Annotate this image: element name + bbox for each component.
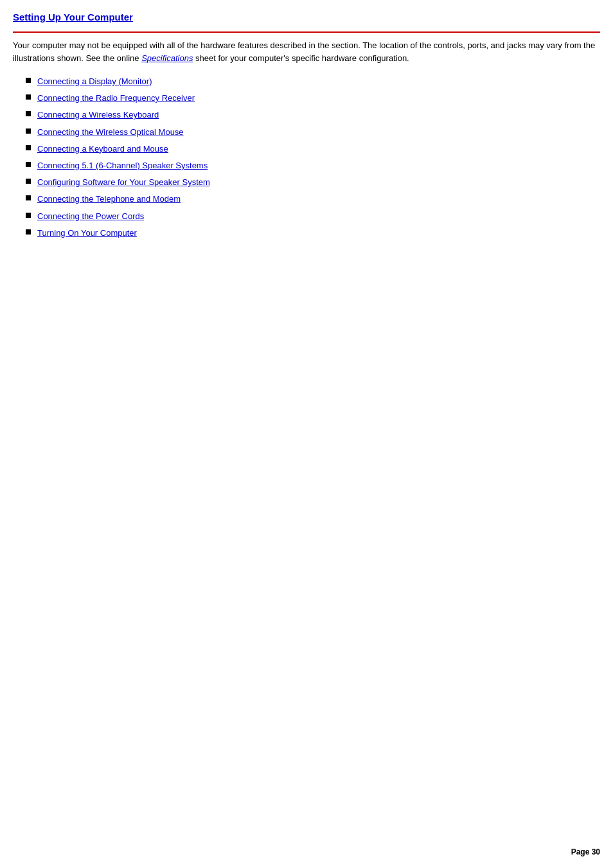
list-item: Turning On Your Computer (26, 227, 600, 239)
list-link-6[interactable]: Configuring Software for Your Speaker Sy… (37, 177, 210, 188)
list-link-4[interactable]: Connecting a Keyboard and Mouse (37, 143, 168, 155)
list-item: Connecting the Wireless Optical Mouse (26, 127, 600, 138)
list-item: Configuring Software for Your Speaker Sy… (26, 177, 600, 188)
list-link-1[interactable]: Connecting the Radio Frequency Receiver (37, 93, 195, 104)
list-item: Connecting the Radio Frequency Receiver (26, 93, 600, 104)
list-item: Connecting the Telephone and Modem (26, 193, 600, 205)
bullet-icon (26, 213, 31, 218)
bullet-icon (26, 162, 31, 167)
page-title[interactable]: Setting Up Your Computer (13, 12, 133, 22)
list-link-0[interactable]: Connecting a Display (Monitor) (37, 76, 152, 87)
list-link-7[interactable]: Connecting the Telephone and Modem (37, 193, 181, 205)
bullet-icon (26, 195, 31, 200)
divider (13, 31, 600, 33)
list-item: Connecting a Display (Monitor) (26, 76, 600, 87)
bullet-icon (26, 128, 31, 134)
bullet-icon (26, 94, 31, 100)
list-item: Connecting a Wireless Keyboard (26, 109, 600, 121)
bullet-icon (26, 78, 31, 83)
bullet-icon (26, 179, 31, 184)
links-list: Connecting a Display (Monitor)Connecting… (26, 76, 600, 239)
list-item: Connecting 5.1 (6-Channel) Speaker Syste… (26, 160, 600, 172)
page-container: Setting Up Your Computer Your computer m… (0, 0, 613, 270)
bullet-icon (26, 145, 31, 150)
list-link-8[interactable]: Connecting the Power Cords (37, 211, 144, 222)
list-item: Connecting the Power Cords (26, 211, 600, 222)
page-number: Page 30 (571, 847, 600, 856)
list-link-2[interactable]: Connecting a Wireless Keyboard (37, 109, 159, 121)
intro-text-after: sheet for your computer's specific hardw… (193, 53, 409, 63)
specifications-link[interactable]: Specifications (141, 53, 193, 63)
list-link-3[interactable]: Connecting the Wireless Optical Mouse (37, 127, 184, 138)
bullet-icon (26, 229, 31, 235)
list-link-5[interactable]: Connecting 5.1 (6-Channel) Speaker Syste… (37, 160, 208, 172)
intro-paragraph: Your computer may not be equipped with a… (13, 39, 600, 64)
list-link-9[interactable]: Turning On Your Computer (37, 227, 137, 239)
list-item: Connecting a Keyboard and Mouse (26, 143, 600, 155)
bullet-icon (26, 111, 31, 116)
